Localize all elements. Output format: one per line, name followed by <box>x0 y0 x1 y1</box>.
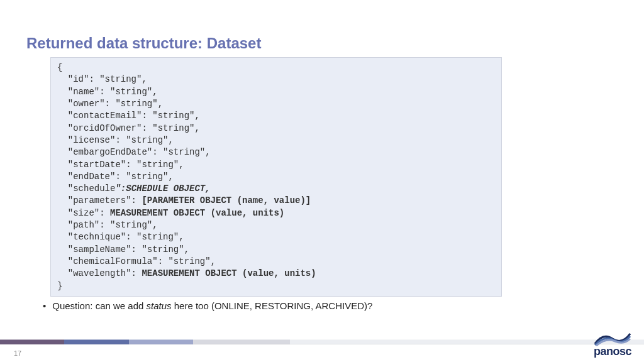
code-line: "license": "string", <box>57 135 174 145</box>
code-size-prefix: "size": <box>57 208 110 218</box>
code-line: "owner": "string", <box>57 99 163 109</box>
code-line: "contactEmail": "string", <box>57 111 200 121</box>
bullet-suffix: here too (ONLINE, RESTORING, ARCHIVED)? <box>172 300 373 311</box>
code-line: "technique": "string", <box>57 232 184 242</box>
code-params-bold: [PARAMETER OBJECT (name, value)] <box>142 195 311 206</box>
slide: Returned data structure: Dataset { "id":… <box>0 0 644 362</box>
code-line: "chemicalFormula": "string", <box>57 256 216 266</box>
code-block: { "id": "string", "name": "string", "own… <box>50 57 502 297</box>
footer-divider <box>0 339 644 344</box>
code-line: "name": "string", <box>57 87 158 97</box>
code-line: "endDate": "string", <box>57 172 174 182</box>
code-line: "embargoEndDate": "string", <box>57 147 211 157</box>
page-number: 17 <box>14 349 21 357</box>
code-wave-prefix: "wavelength": <box>57 268 142 278</box>
question-bullet: • Question: can we add status here too (… <box>0 297 644 311</box>
code-line: "sampleName": "string", <box>57 244 189 255</box>
panosc-logo: panosc <box>594 331 631 358</box>
code-line: "id": "string", <box>57 74 147 84</box>
code-params-prefix: "parameters": <box>57 195 142 206</box>
code-size-bold: MEASUREMENT OBJECT (value, units) <box>110 208 284 218</box>
code-open: { <box>57 62 62 72</box>
bullet-text: Question: can we add status here too (ON… <box>52 300 372 311</box>
bullet-prefix: Question: can we add <box>52 300 146 311</box>
code-schedule-prefix: "schedule <box>57 184 115 194</box>
bullet-italic: status <box>147 300 172 311</box>
bullet-dot-icon: • <box>43 300 46 311</box>
code-wave-bold: MEASUREMENT OBJECT (value, units) <box>142 268 316 278</box>
code-schedule-bold: ":SCHEDULE OBJECT, <box>115 184 210 194</box>
logo-waves-icon <box>594 331 631 346</box>
slide-title: Returned data structure: Dataset <box>0 0 644 57</box>
code-line: "startDate": "string", <box>57 160 184 170</box>
logo-text: panosc <box>594 345 631 358</box>
code-line: "path": "string", <box>57 220 158 230</box>
code-close: } <box>57 281 62 291</box>
code-line: "orcidOfOwner": "string", <box>57 123 200 133</box>
